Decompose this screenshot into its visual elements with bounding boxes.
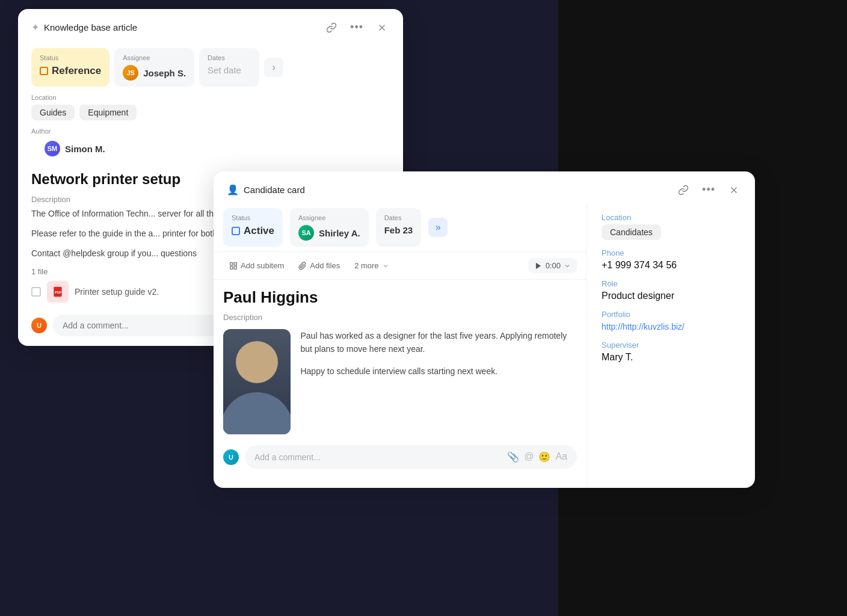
sidebar-portfolio-label: Portfolio — [602, 310, 741, 319]
kb-card-header: ✦ Knowledge base article ••• — [18, 9, 403, 41]
sidebar-phone-value: +1 999 374 34 56 — [602, 260, 741, 271]
add-subitem-label: Add subitem — [241, 261, 284, 270]
svg-marker-10 — [536, 262, 541, 269]
sidebar-superviser-label: Superviser — [602, 340, 741, 350]
location-tags: Guides Equipment — [31, 105, 390, 120]
candidate-dates-field[interactable]: Dates Feb 23 — [376, 208, 422, 247]
attachment-icon[interactable]: 📎 — [507, 451, 519, 463]
candidate-desc-content: Paul has worked as a designer for the la… — [214, 324, 587, 439]
close-button[interactable] — [374, 21, 390, 34]
kb-location-row: Location Guides Equipment — [18, 91, 403, 125]
pdf-icon: PDF — [47, 281, 69, 303]
dates-label: Dates — [208, 54, 251, 61]
candidate-assignee-name: Shirley A. — [319, 228, 360, 238]
candidate-assignee-field[interactable]: Assignee SA Shirley A. — [290, 208, 369, 247]
candidate-comment-input-wrapper[interactable]: Add a comment... 📎 @ 🙂 Aa — [245, 445, 577, 469]
candidate-card-body: Status Active Assignee SA Shirley A. — [214, 203, 755, 488]
candidate-meta-row: Status Active Assignee SA Shirley A. — [214, 203, 587, 252]
location-label: Location — [31, 94, 390, 101]
candidate-card-title: Candidate card — [244, 185, 305, 195]
candidate-link-button[interactable] — [676, 183, 691, 197]
sidebar-location-label: Location — [602, 213, 741, 222]
commenter-avatar: U — [31, 318, 47, 333]
timer-button[interactable]: 0:00 — [528, 258, 577, 273]
status-field[interactable]: Status Reference — [31, 48, 109, 87]
author-label: Author — [31, 128, 390, 135]
assignee-row: JS Joseph S. — [123, 65, 186, 81]
candidate-commenter-avatar: U — [223, 449, 239, 465]
mention-icon[interactable]: @ — [524, 451, 534, 463]
candidate-desc-text-2: Happy to schedule interview calls starti… — [300, 365, 577, 378]
kb-card-title: Knowledge base article — [44, 22, 137, 32]
file-checkbox[interactable] — [31, 287, 41, 297]
commenter-initials: U — [31, 318, 47, 333]
tag-equipment[interactable]: Equipment — [79, 105, 137, 120]
tag-guides[interactable]: Guides — [31, 105, 75, 120]
add-subitem-button[interactable]: Add subitem — [223, 258, 290, 273]
candidate-more-button[interactable]: ••• — [700, 182, 718, 197]
kb-title-row: ✦ Knowledge base article — [31, 22, 137, 33]
add-files-button[interactable]: Add files — [292, 258, 346, 273]
candidate-status-label: Status — [232, 214, 274, 221]
link-button[interactable] — [324, 21, 339, 34]
candidate-actions-row: Add subitem Add files 2 more 0:00 — [214, 252, 587, 280]
kb-author-section: Author SM Simon M. — [18, 125, 403, 166]
joseph-avatar: JS — [123, 65, 138, 81]
more-options-button[interactable]: 2 more — [348, 258, 395, 273]
person-head — [236, 341, 278, 383]
candidate-name: Paul Higgins — [214, 280, 587, 310]
candidate-more-dots-icon: ••• — [702, 183, 715, 196]
add-files-label: Add files — [310, 261, 340, 270]
comment-icons: 📎 @ 🙂 Aa — [507, 451, 567, 463]
svg-rect-7 — [234, 262, 236, 265]
person-icon: 👤 — [227, 184, 239, 196]
candidate-status-value: Active — [244, 225, 274, 237]
candidate-status-value-row: Active — [232, 225, 274, 237]
candidate-card-actions: ••• — [676, 182, 742, 197]
candidate-dates-label: Dates — [384, 214, 413, 221]
sidebar-phone-label: Phone — [602, 248, 741, 257]
sidebar-location-tag[interactable]: Candidates — [602, 224, 661, 240]
simon-initials: SM — [45, 141, 60, 156]
author-name: Simon M. — [65, 144, 105, 154]
svg-text:PDF: PDF — [55, 291, 62, 294]
status-label: Status — [40, 54, 101, 61]
kb-card-actions: ••• — [324, 20, 390, 35]
candidate-assignee-label: Assignee — [298, 214, 360, 221]
candidate-card-header: 👤 Candidate card ••• — [214, 171, 755, 203]
expand-button[interactable]: › — [264, 58, 283, 77]
svg-rect-9 — [230, 266, 233, 269]
shirley-avatar: SA — [298, 225, 314, 241]
more-button[interactable]: ••• — [348, 20, 366, 35]
candidate-status-field[interactable]: Status Active — [223, 208, 283, 247]
sidebar-role-label: Role — [602, 279, 741, 288]
assignee-name: Joseph S. — [143, 68, 186, 78]
candidate-desc-label: Description — [214, 310, 587, 324]
more-options-label: 2 more — [354, 261, 378, 270]
text-format-icon[interactable]: Aa — [555, 451, 567, 463]
candidate-desc-text-1: Paul has worked as a designer for the la… — [300, 329, 577, 356]
candidate-card: 👤 Candidate card ••• Status — [214, 171, 755, 488]
assignee-field[interactable]: Assignee JS Joseph S. — [114, 48, 194, 87]
shirley-initials: SA — [298, 225, 314, 241]
simon-avatar: SM — [45, 141, 60, 156]
sidebar-superviser-value: Mary T. — [602, 352, 741, 363]
candidate-dates-value: Feb 23 — [384, 225, 413, 235]
status-checkbox[interactable] — [40, 67, 48, 75]
file-name[interactable]: Printer setup guide v2. — [75, 287, 159, 297]
timer-value: 0:00 — [546, 261, 561, 270]
candidate-status-checkbox[interactable] — [232, 227, 240, 235]
candidate-commenter-initials: U — [223, 449, 239, 465]
candidate-assignee-row: SA Shirley A. — [298, 225, 360, 241]
emoji-icon[interactable]: 🙂 — [538, 451, 550, 463]
candidate-close-button[interactable] — [726, 183, 742, 197]
status-value-row: Reference — [40, 65, 101, 77]
person-body — [223, 392, 291, 434]
sidebar-portfolio-link[interactable]: http://http://kuvzlis.biz/ — [602, 322, 685, 331]
candidate-expand-button[interactable]: » — [428, 218, 448, 237]
candidate-sidebar: Location Candidates Phone +1 999 374 34 … — [587, 203, 755, 488]
dates-field[interactable]: Dates Set date — [199, 48, 259, 87]
candidate-comment-row: U Add a comment... 📎 @ 🙂 Aa — [214, 439, 587, 478]
candidate-title-row: 👤 Candidate card — [227, 184, 305, 196]
avatar-initials: JS — [123, 65, 138, 81]
